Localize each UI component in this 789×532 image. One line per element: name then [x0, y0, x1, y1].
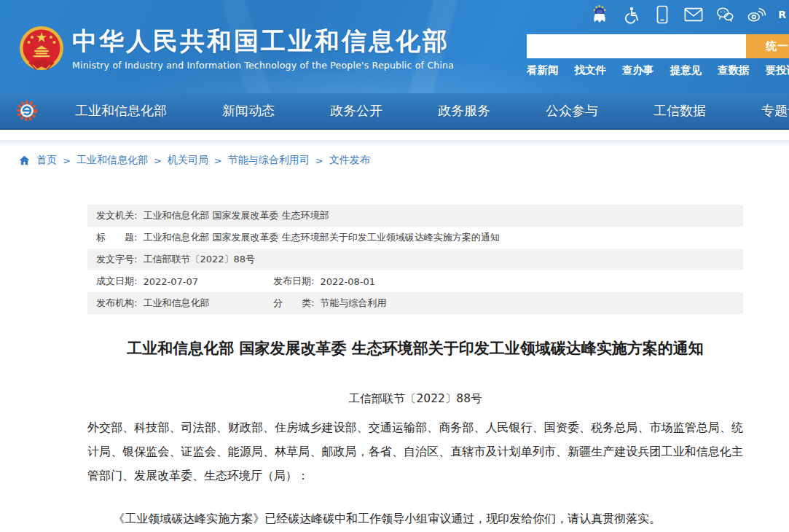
- nav-item-special-topics[interactable]: 专题专栏: [761, 102, 789, 120]
- meta-label: 发文机关:: [96, 209, 137, 222]
- meta-cell: 发文字号: 工信部联节〔2022〕88号: [96, 253, 255, 266]
- breadcrumb-energy-conservation-dept[interactable]: 节能与综合利用司: [228, 154, 310, 167]
- meta-row-issuing-agency: 发文机关: 工业和信息化部 国家发展改革委 生态环境部: [87, 205, 743, 227]
- meta-row-publisher-category: 发布机构: 工业和信息化部 分 类: 节能与综合利用: [87, 292, 743, 314]
- quick-link-services[interactable]: 查办事: [622, 63, 654, 77]
- nav-item-miit[interactable]: 工业和信息化部: [75, 102, 167, 120]
- meta-row-title: 标 题: 工业和信息化部 国家发展改革委 生态环境部关于印发工业领域碳达峰实施方…: [87, 227, 743, 249]
- weibo-icon[interactable]: [747, 4, 766, 25]
- breadcrumb-document-release: 文件发布: [329, 154, 370, 167]
- mail-icon[interactable]: [684, 4, 703, 25]
- search-bar: 统一搜索: [527, 34, 789, 58]
- meta-value: 工业和信息化部 国家发展改革委 生态环境部: [143, 209, 329, 222]
- quick-links: 看新闻 找文件 查办事 提意见 查数据 要投诉: [527, 63, 789, 77]
- nav-divider-gradient: [0, 140, 789, 147]
- accessibility-icon[interactable]: [621, 4, 640, 25]
- wechat-icon[interactable]: [715, 4, 734, 25]
- meta-label: 标 题:: [96, 231, 137, 244]
- nav-items: 工业和信息化部 新闻动态 政务公开 政务服务 公众参与 工信数据 专题专栏: [75, 102, 789, 120]
- article-body: 《工业领域碳达峰实施方案》已经碳达峰碳中和工作领导小组审议通过，现印发给你们，请…: [87, 506, 743, 531]
- breadcrumb-separator: >: [154, 155, 162, 166]
- meta-cell: 发文机关: 工业和信息化部 国家发展改革委 生态环境部: [96, 209, 329, 222]
- meta-label: 成文日期:: [96, 275, 137, 288]
- meta-row-dates: 成文日期: 2022-07-07 发布日期: 2022-08-01: [87, 270, 743, 292]
- quick-link-documents[interactable]: 找文件: [575, 63, 607, 77]
- nav-item-news[interactable]: 新闻动态: [222, 102, 275, 120]
- nav-item-public-participation[interactable]: 公众参与: [546, 102, 598, 120]
- quick-link-data[interactable]: 查数据: [718, 63, 750, 77]
- quick-link-news[interactable]: 看新闻: [527, 63, 559, 77]
- breadcrumb-separator: >: [214, 155, 222, 166]
- breadcrumb-miit[interactable]: 工业和信息化部: [76, 154, 148, 167]
- nav-item-miit-data[interactable]: 工信数据: [653, 102, 706, 120]
- meta-label: 发文字号:: [96, 253, 137, 266]
- document-meta-table: 发文机关: 工业和信息化部 国家发展改革委 生态环境部 标 题: 工业和信息化部…: [87, 205, 743, 314]
- meta-value: 工业和信息化部 国家发展改革委 生态环境部关于印发工业领域碳达峰实施方案的通知: [143, 231, 499, 244]
- quick-link-complaint[interactable]: 要投诉: [766, 63, 789, 77]
- breadcrumb-home[interactable]: 首页: [36, 154, 57, 167]
- meta-row-doc-number: 发文字号: 工信部联节〔2022〕88号: [87, 249, 743, 270]
- meta-value: 工信部联节〔2022〕88号: [143, 253, 255, 266]
- nav-item-gov-disclosure[interactable]: 政务公开: [330, 102, 382, 120]
- meta-label: 发布日期:: [273, 275, 314, 288]
- rss-link[interactable]: R: [778, 9, 786, 20]
- mobile-icon[interactable]: [653, 4, 672, 25]
- meta-value: 节能与综合利用: [320, 297, 386, 310]
- nav-item-gov-services[interactable]: 政务服务: [438, 102, 490, 120]
- meta-cell: 发布机构: 工业和信息化部: [96, 297, 273, 310]
- brand-text: 中华人民共和国工业和信息化部 Ministry of Industry and …: [72, 25, 454, 71]
- gear-e-logo-icon: [16, 100, 38, 122]
- meta-cell: 分 类: 节能与综合利用: [273, 297, 386, 310]
- article-recipients: 外交部、科技部、司法部、财政部、住房城乡建设部、交通运输部、商务部、人民银行、国…: [87, 415, 743, 488]
- meta-value: 工业和信息化部: [143, 297, 209, 310]
- breadcrumb-separator: >: [315, 155, 323, 166]
- meta-label: 发布机构:: [96, 297, 137, 310]
- document-main: 发文机关: 工业和信息化部 国家发展改革委 生态环境部 标 题: 工业和信息化部…: [87, 205, 743, 531]
- quick-link-feedback[interactable]: 提意见: [670, 63, 702, 77]
- meta-cell: 标 题: 工业和信息化部 国家发展改革委 生态环境部关于印发工业领域碳达峰实施方…: [96, 231, 500, 244]
- article-doc-number: 工信部联节〔2022〕88号: [87, 391, 743, 407]
- robot-assistant-icon[interactable]: [590, 4, 609, 25]
- site-title-cn: 中华人民共和国工业和信息化部: [72, 26, 454, 55]
- unified-search-button[interactable]: 统一搜索: [746, 34, 789, 58]
- article-title: 工业和信息化部 国家发展改革委 生态环境部关于印发工业领域碳达峰实施方案的通知: [87, 337, 743, 359]
- nav-divider: [0, 130, 789, 140]
- top-icon-bar: R: [590, 4, 789, 25]
- breadcrumb-separator: >: [63, 155, 71, 166]
- breadcrumb: 首页 > 工业和信息化部 > 机关司局 > 节能与综合利用司 > 文件发布: [0, 147, 789, 167]
- breadcrumb-departments[interactable]: 机关司局: [168, 154, 208, 167]
- meta-value: 2022-08-01: [320, 276, 375, 287]
- site-title-en: Ministry of Industry and Information Tec…: [72, 60, 454, 71]
- national-emblem-icon: [18, 25, 65, 73]
- meta-value: 2022-07-07: [143, 276, 198, 287]
- meta-label: 分 类:: [273, 297, 314, 310]
- home-icon[interactable]: [18, 154, 31, 166]
- site-banner: R 中华人民共和国工业和信息化部 Ministry of Industry an…: [0, 0, 789, 93]
- meta-cell: 发布日期: 2022-08-01: [273, 275, 375, 288]
- site-brand: 中华人民共和国工业和信息化部 Ministry of Industry and …: [18, 25, 454, 73]
- main-navigation: 工业和信息化部 新闻动态 政务公开 政务服务 公众参与 工信数据 专题专栏: [0, 93, 789, 130]
- meta-cell: 成文日期: 2022-07-07: [96, 275, 273, 288]
- search-input[interactable]: [527, 34, 746, 58]
